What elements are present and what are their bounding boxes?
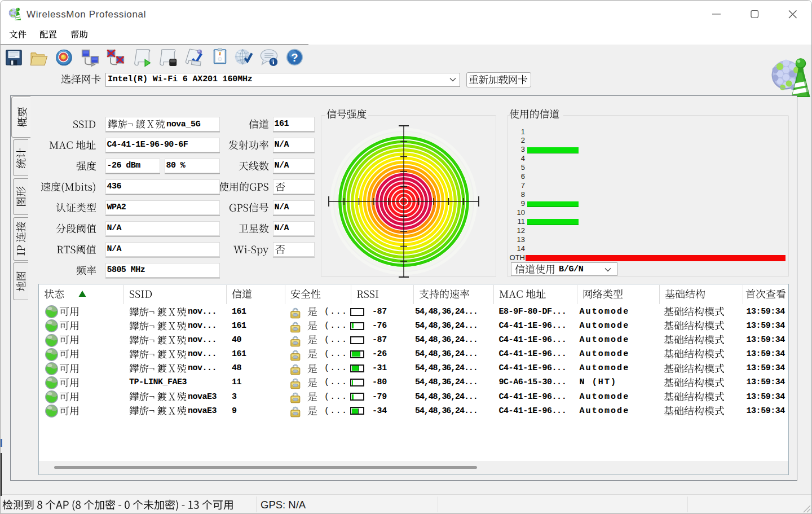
svg-text:?: ? [291, 51, 298, 64]
